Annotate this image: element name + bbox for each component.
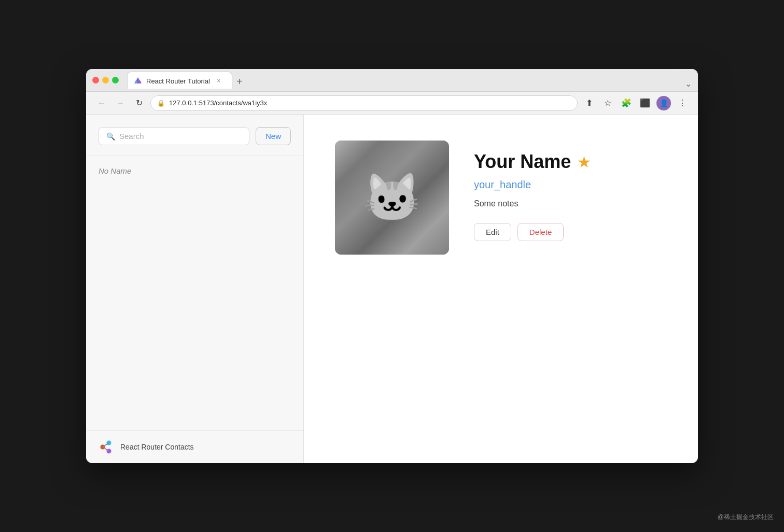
tab-bar: React Router Tutorial × + ⌄ — [127, 72, 692, 89]
kitten-placeholder: 🐱 — [335, 141, 449, 255]
traffic-lights — [92, 77, 119, 83]
tab-favicon — [134, 77, 142, 85]
logo-svg — [99, 440, 115, 454]
tab-close-button[interactable]: × — [214, 76, 223, 86]
sidebar: 🔍 New No Name React Ro — [86, 115, 304, 463]
minimize-window-button[interactable] — [102, 77, 109, 83]
watermark: @稀土掘金技术社区 — [718, 513, 774, 522]
lock-icon: 🔒 — [157, 100, 165, 107]
refresh-button[interactable]: ↻ — [132, 96, 146, 110]
toolbar-icons: ⬆ ☆ 🧩 ⬛ 👤 ⋮ — [582, 96, 690, 110]
tab-title: React Router Tutorial — [146, 77, 210, 85]
navbar: ← → ↻ 🔒 127.0.0.1:5173/contacts/wa1iy3x … — [86, 92, 698, 115]
search-input[interactable] — [119, 132, 242, 141]
no-name-item[interactable]: No Name — [99, 164, 291, 177]
contact-avatar: 🐱 — [335, 141, 449, 255]
favorite-star: ★ — [577, 153, 591, 171]
contact-name: Your Name — [474, 151, 571, 173]
tab-list-button[interactable]: ⌄ — [685, 79, 692, 89]
contacts-list: No Name — [86, 156, 303, 430]
footer-label: React Router Contacts — [120, 443, 194, 451]
close-window-button[interactable] — [92, 77, 99, 83]
browser-window: React Router Tutorial × + ⌄ ← → ↻ 🔒 127.… — [86, 69, 698, 463]
maximize-window-button[interactable] — [112, 77, 119, 83]
svg-point-2 — [135, 81, 137, 83]
new-contact-button[interactable]: New — [256, 127, 291, 145]
url-text: 127.0.0.1:5173/contacts/wa1iy3x — [169, 99, 571, 107]
search-icon: 🔍 — [106, 132, 115, 141]
svg-point-3 — [138, 81, 141, 83]
contact-notes: Some notes — [474, 199, 667, 208]
bookmark-icon[interactable]: ☆ — [600, 96, 615, 110]
sidebar-icon[interactable]: ⬛ — [638, 96, 652, 110]
contact-info: Your Name ★ your_handle Some notes Edit … — [474, 141, 667, 241]
app-content: 🔍 New No Name React Ro — [86, 115, 698, 463]
menu-icon[interactable]: ⋮ — [675, 96, 690, 110]
address-bar[interactable]: 🔒 127.0.0.1:5173/contacts/wa1iy3x — [150, 95, 578, 111]
delete-button[interactable]: Delete — [517, 223, 564, 241]
active-tab[interactable]: React Router Tutorial × — [127, 72, 232, 89]
extensions-icon[interactable]: 🧩 — [619, 96, 634, 110]
edit-button[interactable]: Edit — [474, 223, 511, 241]
contact-handle[interactable]: your_handle — [474, 179, 667, 191]
profile-avatar[interactable]: 👤 — [656, 96, 671, 110]
back-button[interactable]: ← — [94, 96, 109, 110]
sidebar-header: 🔍 New — [86, 115, 303, 156]
contact-card: 🐱 Your Name ★ your_handle Some notes Edi… — [335, 141, 667, 255]
sidebar-footer: React Router Contacts — [86, 430, 303, 463]
forward-button[interactable]: → — [113, 96, 128, 110]
new-tab-button[interactable]: + — [232, 74, 247, 89]
share-icon[interactable]: ⬆ — [582, 96, 596, 110]
contact-actions: Edit Delete — [474, 223, 667, 241]
titlebar: React Router Tutorial × + ⌄ — [86, 69, 698, 92]
contact-name-row: Your Name ★ — [474, 151, 667, 173]
react-router-logo — [99, 440, 115, 454]
search-container[interactable]: 🔍 — [99, 127, 249, 145]
main-content: 🐱 Your Name ★ your_handle Some notes Edi… — [304, 115, 698, 463]
